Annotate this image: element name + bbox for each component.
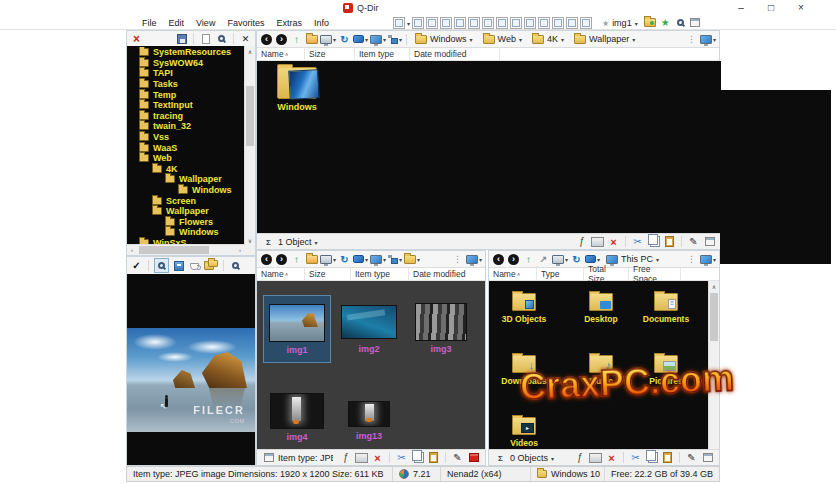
open-folder-button[interactable] bbox=[305, 253, 318, 266]
tree-item[interactable]: Windows bbox=[127, 185, 245, 196]
layout-button-3[interactable] bbox=[440, 17, 452, 29]
minimize-button[interactable]: – bbox=[733, 1, 749, 14]
column-date-modified[interactable]: Date modified bbox=[410, 48, 500, 60]
window-icon[interactable] bbox=[701, 451, 714, 464]
computer-dropdown[interactable] bbox=[552, 253, 568, 266]
computer-dropdown[interactable] bbox=[320, 253, 336, 266]
window-icon-active[interactable] bbox=[467, 451, 480, 464]
thumbnail-item-img1[interactable]: img1 bbox=[263, 295, 331, 363]
menu-info[interactable]: Info bbox=[308, 18, 335, 28]
layout-button-13[interactable] bbox=[580, 17, 592, 29]
monitor-dropdown[interactable] bbox=[370, 253, 386, 266]
column-item-type[interactable]: Item type bbox=[351, 268, 409, 280]
column-size[interactable]: Size bbox=[305, 268, 351, 280]
folders-icon[interactable] bbox=[204, 259, 218, 272]
pane-select-dropdown[interactable] bbox=[466, 253, 482, 266]
copy-icon[interactable] bbox=[647, 235, 660, 248]
search-page-icon[interactable] bbox=[215, 32, 228, 45]
favorite-entry[interactable]: img1 bbox=[602, 18, 638, 28]
chevron-down-icon[interactable] bbox=[551, 453, 554, 463]
layout-picker-button[interactable] bbox=[393, 17, 405, 29]
scroll-left-icon[interactable] bbox=[127, 245, 137, 255]
filter-icon[interactable] bbox=[339, 451, 352, 464]
back-button[interactable] bbox=[492, 253, 505, 266]
filter-icon[interactable] bbox=[573, 451, 586, 464]
folder-item-3d-objects[interactable]: 3D Objects bbox=[492, 293, 556, 324]
window-icon[interactable] bbox=[703, 235, 716, 248]
paste-icon[interactable] bbox=[661, 451, 674, 464]
thumbnail-item-img13[interactable]: img13 bbox=[335, 385, 403, 449]
tree-item[interactable]: 4K bbox=[127, 164, 245, 175]
check-icon[interactable] bbox=[130, 259, 143, 272]
preview-image[interactable]: FILECR .COM bbox=[127, 328, 255, 432]
background-image-icon[interactable] bbox=[591, 235, 604, 248]
layout-button-2[interactable] bbox=[426, 17, 438, 29]
cut-icon[interactable] bbox=[629, 451, 642, 464]
close-button[interactable]: × bbox=[793, 1, 809, 14]
paste-icon[interactable] bbox=[427, 451, 440, 464]
chevron-down-icon[interactable] bbox=[407, 18, 410, 28]
scroll-up-icon[interactable] bbox=[245, 46, 255, 56]
network-dropdown[interactable] bbox=[388, 253, 402, 266]
column-date-modified[interactable]: Date modified bbox=[409, 268, 485, 280]
delete-icon[interactable] bbox=[605, 451, 618, 464]
column-name[interactable]: Name bbox=[257, 48, 305, 60]
forward-button[interactable] bbox=[275, 33, 288, 46]
background-image-icon[interactable] bbox=[355, 451, 368, 464]
column-name[interactable]: Name bbox=[489, 268, 537, 280]
delete-icon[interactable] bbox=[607, 235, 620, 248]
new-window-button[interactable] bbox=[689, 16, 702, 29]
forward-button[interactable] bbox=[507, 253, 520, 266]
refresh-button[interactable] bbox=[338, 33, 351, 46]
filter-icon[interactable] bbox=[575, 235, 588, 248]
column-size[interactable]: Size bbox=[305, 48, 355, 60]
thumbnail-item-img3[interactable]: img3 bbox=[407, 295, 475, 363]
scrollbar-thumb[interactable] bbox=[139, 246, 209, 254]
edit-icon[interactable] bbox=[687, 235, 700, 248]
folder-item-desktop[interactable]: Desktop bbox=[569, 293, 633, 324]
refresh-button[interactable] bbox=[570, 253, 583, 266]
menu-extras[interactable]: Extras bbox=[270, 18, 308, 28]
grip-icon[interactable] bbox=[685, 253, 698, 266]
desktop-dropdown[interactable] bbox=[353, 33, 368, 46]
layout-button-12[interactable] bbox=[566, 17, 578, 29]
pane-select-dropdown[interactable] bbox=[700, 253, 716, 266]
scroll-down-icon[interactable] bbox=[245, 235, 255, 245]
back-button[interactable] bbox=[260, 33, 273, 46]
tree-vertical-scrollbar[interactable] bbox=[244, 46, 255, 245]
layout-button-4[interactable] bbox=[454, 17, 466, 29]
computer-dropdown[interactable] bbox=[320, 33, 336, 46]
edit-icon[interactable] bbox=[451, 451, 464, 464]
folder-dropdown[interactable] bbox=[404, 253, 420, 266]
copy-icon[interactable] bbox=[645, 451, 658, 464]
open-folder-button[interactable] bbox=[305, 33, 318, 46]
network-dropdown[interactable] bbox=[388, 33, 402, 46]
column-free-space[interactable]: Free Space bbox=[629, 268, 681, 280]
tree-item[interactable]: Wallpaper bbox=[127, 206, 245, 217]
layout-button-8[interactable] bbox=[510, 17, 522, 29]
menu-view[interactable]: View bbox=[190, 18, 221, 28]
tree-horizontal-scrollbar[interactable] bbox=[127, 244, 245, 255]
column-item-type[interactable]: Item type bbox=[355, 48, 410, 60]
up-button[interactable] bbox=[290, 253, 303, 266]
copy-icon[interactable] bbox=[411, 451, 424, 464]
magnifier-icon[interactable] bbox=[154, 258, 169, 273]
monitor-dropdown[interactable] bbox=[370, 33, 386, 46]
paste-icon[interactable] bbox=[663, 235, 676, 248]
cup-icon[interactable] bbox=[188, 259, 201, 272]
path-button-wallpaper[interactable]: Wallpaper bbox=[570, 33, 639, 45]
favorite-star-button[interactable] bbox=[659, 16, 672, 29]
folder-item-videos[interactable]: Videos bbox=[492, 417, 556, 448]
layout-button-7[interactable] bbox=[496, 17, 508, 29]
layout-button-6[interactable] bbox=[482, 17, 494, 29]
search-jump-icon[interactable] bbox=[229, 259, 242, 272]
grip-icon[interactable] bbox=[451, 253, 464, 266]
forward-button[interactable] bbox=[275, 253, 288, 266]
search-button[interactable] bbox=[674, 16, 687, 29]
thumbnail-item-img2[interactable]: img2 bbox=[335, 295, 403, 363]
scrollbar-thumb[interactable] bbox=[246, 86, 254, 146]
layout-button-10[interactable] bbox=[538, 17, 550, 29]
layout-button-1[interactable] bbox=[412, 17, 424, 29]
column-total-size[interactable]: Total Size bbox=[584, 268, 629, 280]
desktop-dropdown[interactable] bbox=[353, 253, 368, 266]
